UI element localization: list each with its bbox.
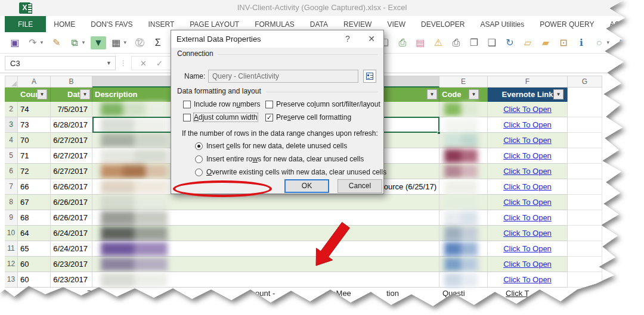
- cell-date[interactable]: 6/27/2017: [51, 164, 92, 179]
- evernote-hyperlink[interactable]: Click To Open: [503, 244, 552, 253]
- cell-empty[interactable]: [568, 210, 602, 226]
- ribbon-tab-asap-utilities[interactable]: ASAP Utilities: [472, 16, 532, 32]
- row-header-5[interactable]: 5: [5, 148, 18, 164]
- filter-icon[interactable]: ▼: [91, 36, 106, 49]
- cell-count[interactable]: 64: [18, 226, 51, 241]
- select-all-corner[interactable]: [5, 76, 18, 88]
- radio-icon[interactable]: [195, 169, 203, 176]
- insert-rows-radio[interactable]: Insert entire rows for new data, clear u…: [195, 155, 364, 163]
- cell-empty[interactable]: [568, 164, 602, 179]
- ribbon-tab-power-query[interactable]: POWER QUERY: [532, 16, 602, 32]
- cell-count[interactable]: 65: [18, 241, 51, 257]
- cell-description[interactable]: [92, 210, 439, 226]
- print-check-icon[interactable]: ⎙: [395, 36, 410, 49]
- cell-date[interactable]: 6/26/2017: [51, 195, 92, 210]
- cell-code[interactable]: [439, 226, 488, 241]
- evernote-hyperlink[interactable]: Click To Open: [503, 136, 552, 145]
- cell-empty[interactable]: [568, 102, 602, 117]
- cell-count[interactable]: 73: [18, 117, 51, 133]
- ribbon-tab-view[interactable]: VIEW: [379, 16, 413, 32]
- cell-code[interactable]: [439, 272, 488, 288]
- include-row-numbers-checkbox[interactable]: Include row numbers: [183, 100, 260, 108]
- evernote-hyperlink[interactable]: Click To Open: [503, 275, 552, 284]
- evernote-hyperlink[interactable]: Click To Open: [503, 198, 552, 207]
- copy-refresh-icon[interactable]: ⧉▼: [67, 36, 88, 49]
- evernote-hyperlink[interactable]: Click To Open: [503, 260, 552, 269]
- cell-date[interactable]: 6/26/2017: [51, 210, 92, 226]
- cell-description[interactable]: [92, 195, 439, 210]
- column-header-b[interactable]: B: [51, 76, 92, 88]
- cell-description[interactable]: [92, 226, 439, 241]
- overwrite-cells-radio[interactable]: Overwrite existing cells with new data, …: [195, 168, 386, 176]
- row-header-2[interactable]: 2: [5, 102, 18, 117]
- column-header-e[interactable]: E: [439, 76, 488, 88]
- cell-code[interactable]: [439, 148, 488, 164]
- row-header-11[interactable]: 11: [5, 241, 18, 257]
- column-header-a[interactable]: A: [18, 76, 51, 88]
- cell-code[interactable]: [439, 133, 488, 148]
- cell-date[interactable]: 6/27/2017: [51, 133, 92, 148]
- checkbox-icon[interactable]: ✓: [265, 114, 273, 121]
- fill-handle[interactable]: [437, 131, 441, 135]
- ribbon-tab-home[interactable]: HOME: [46, 16, 83, 32]
- notes-icon[interactable]: ▤: [413, 36, 428, 49]
- row-header-6[interactable]: 6: [5, 164, 18, 179]
- print-setup-icon[interactable]: ❑: [484, 36, 500, 49]
- insert-cells-radio[interactable]: Insert cells for new data, delete unused…: [195, 142, 347, 150]
- connection-properties-button[interactable]: [363, 70, 376, 83]
- refresh-icon[interactable]: ↻: [502, 36, 518, 49]
- cell-empty[interactable]: [568, 257, 602, 272]
- cell-date[interactable]: 6/23/2017: [51, 257, 92, 272]
- checkbox-icon[interactable]: [183, 114, 191, 121]
- enter-entry-icon[interactable]: ✓: [151, 59, 168, 68]
- cell-code[interactable]: [439, 164, 488, 179]
- cell-date[interactable]: 6/26/2017: [51, 179, 92, 195]
- cell-empty[interactable]: [568, 133, 602, 148]
- row-header-10[interactable]: 10: [5, 226, 18, 241]
- dialog-title-bar[interactable]: External Data Properties ? ✕: [171, 30, 383, 48]
- cell-description[interactable]: [92, 272, 439, 288]
- cell-count[interactable]: 66: [18, 179, 51, 195]
- cancel-entry-icon[interactable]: ✕: [135, 59, 151, 68]
- border-grid-icon[interactable]: ⊞▼: [615, 36, 637, 49]
- cell-code[interactable]: [439, 117, 488, 133]
- radio-icon[interactable]: [195, 142, 203, 150]
- preserve-formatting-checkbox[interactable]: ✓ Preserve cell formatting: [265, 113, 351, 121]
- evernote-hyperlink[interactable]: Click To Open: [503, 120, 552, 129]
- cell-date[interactable]: 7/5/2017: [51, 102, 92, 117]
- connection-name-field[interactable]: Query - ClientActivity: [208, 70, 358, 83]
- row-header-13[interactable]: 13: [5, 272, 18, 288]
- cell-date[interactable]: 6/28/2017: [51, 117, 92, 133]
- row-header-12[interactable]: 12: [5, 257, 18, 272]
- ribbon-tab-don-s-favs[interactable]: DON'S FAVS: [83, 16, 140, 32]
- row-header-4[interactable]: 4: [5, 133, 18, 148]
- row-header-9[interactable]: 9: [5, 210, 18, 226]
- dropdown-caret-icon[interactable]: ▼: [630, 38, 634, 48]
- cell-code[interactable]: [439, 179, 488, 195]
- row-header-7[interactable]: 7: [5, 179, 18, 195]
- close-icon[interactable]: ✕: [360, 30, 383, 48]
- ribbon-tab-developer[interactable]: DEVELOPER: [413, 16, 472, 32]
- row-header-8[interactable]: 8: [5, 195, 18, 210]
- cell-code[interactable]: [439, 102, 488, 117]
- cell-date[interactable]: 6/24/2017: [51, 226, 92, 241]
- filter-dropdown-icon[interactable]: ▼: [427, 89, 437, 99]
- cell-code[interactable]: [439, 241, 488, 257]
- folder-open-icon[interactable]: ▱: [520, 36, 535, 49]
- cell-description[interactable]: [92, 241, 439, 257]
- cell-empty[interactable]: [568, 241, 602, 257]
- name-box[interactable]: C3 ▼: [5, 56, 116, 70]
- cell-code[interactable]: [439, 257, 488, 272]
- redo-icon[interactable]: ↷▼: [25, 36, 47, 49]
- ok-button[interactable]: OK: [284, 179, 329, 193]
- dropdown-caret-icon[interactable]: ▼: [39, 38, 44, 48]
- cell-date[interactable]: 6/23/2017: [51, 272, 92, 288]
- evernote-hyperlink[interactable]: Click To Open: [503, 105, 552, 114]
- column-header-g[interactable]: G: [568, 76, 602, 88]
- cell-count[interactable]: 67: [18, 195, 51, 210]
- evernote-hyperlink[interactable]: Click To Open: [503, 167, 552, 176]
- cell-date[interactable]: 6/27/2017: [51, 148, 92, 164]
- evernote-hyperlink[interactable]: Click To Open: [503, 229, 552, 238]
- cell-code[interactable]: [439, 195, 488, 210]
- cell-count[interactable]: 70: [18, 133, 51, 148]
